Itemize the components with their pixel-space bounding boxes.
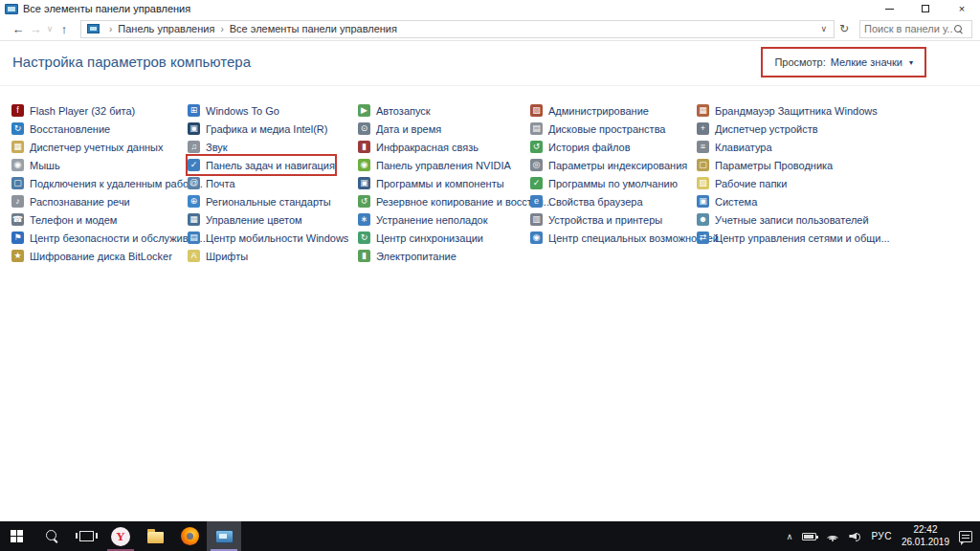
control-panel-item-windows-to-go[interactable]: ⊞Windows To Go	[188, 101, 279, 120]
control-panel-item-label: Диспетчер учетных данных	[30, 142, 164, 153]
control-panel-item-programs-features[interactable]: ▣Программы и компоненты	[358, 174, 504, 192]
view-by-control-annotated[interactable]: Просмотр: Мелкие значки ▾	[761, 47, 926, 77]
control-panel-item-storage-spaces[interactable]: ▤Дисковые пространства	[530, 120, 666, 138]
control-panel-item-sync-center[interactable]: ↻Центр синхронизации	[358, 229, 483, 247]
control-panel-item-speech-recognition[interactable]: ♪Распознавание речи	[11, 192, 130, 210]
control-panel-item-autoplay[interactable]: ▶Автозапуск	[358, 101, 431, 120]
control-panel-item-sound[interactable]: ♫Звук	[188, 138, 228, 156]
yandex-browser-button[interactable]: Y	[103, 521, 138, 551]
start-button[interactable]	[0, 521, 34, 551]
close-button[interactable]: ×	[944, 0, 980, 17]
language-indicator[interactable]: РУС	[871, 531, 892, 541]
control-panel-item-label: Центр управления сетями и общи...	[715, 232, 890, 244]
control-panel-item-label: Свойства браузера	[548, 196, 643, 208]
control-panel-item-administrative-tools[interactable]: ▨Администрирование	[530, 101, 649, 120]
control-panel-item-label: Брандмауэр Защитника Windows	[715, 105, 878, 117]
control-panel-item-date-time[interactable]: ⊙Дата и время	[358, 120, 441, 138]
control-panel-item-power-options[interactable]: ▮Электропитание	[358, 247, 457, 265]
wifi-icon[interactable]	[826, 531, 839, 541]
volume-icon[interactable]	[849, 531, 861, 541]
control-panel-item-file-history[interactable]: ↺История файлов	[530, 138, 631, 156]
battery-icon[interactable]	[802, 533, 816, 540]
task-view-button[interactable]	[69, 521, 103, 551]
control-panel-item-flash-player[interactable]: fFlash Player (32 бита)	[11, 101, 135, 120]
control-panel-item-regional-standards[interactable]: ⊕Региональные стандарты	[188, 192, 331, 210]
control-panel-item-indexing-options[interactable]: ◎Параметры индексирования	[530, 156, 687, 174]
control-panel-item-label: Центр мобильности Windows	[206, 232, 348, 244]
control-panel-item-network-center[interactable]: ⇄Центр управления сетями и общи...	[697, 229, 890, 247]
restore-icon	[922, 5, 929, 12]
control-panel-item-label: Система	[715, 196, 757, 208]
default-programs-icon: ✓	[530, 177, 543, 189]
control-panel-item-recovery[interactable]: ↻Восстановление	[11, 120, 110, 138]
control-panel-item-label: Flash Player (32 бита)	[30, 105, 135, 117]
control-panel-item-system[interactable]: ▣Система	[697, 192, 757, 210]
control-panel-item-taskbar-navigation[interactable]: ✓Панель задач и навигация	[188, 156, 335, 174]
control-panel-item-mail[interactable]: @Почта	[188, 174, 235, 192]
control-panel-item-color-management[interactable]: ▦Управление цветом	[188, 210, 302, 229]
control-panel-item-devices-printers[interactable]: ▥Устройства и принтеры	[530, 210, 662, 229]
control-panel-taskbar-button[interactable]	[207, 521, 241, 551]
hidden-icons-chevron-icon[interactable]: ∧	[787, 532, 793, 541]
control-panel-item-keyboard[interactable]: ≡Клавиатура	[697, 138, 772, 156]
control-panel-item-user-accounts[interactable]: ☻Учетные записи пользователей	[697, 210, 869, 229]
control-panel-item-label: Администрирование	[548, 105, 649, 117]
clock[interactable]: 22:42 26.01.2019	[902, 524, 949, 548]
control-panel-item-infrared[interactable]: ▮Инфракрасная связь	[358, 138, 479, 156]
refresh-icon[interactable]: ↻	[835, 22, 854, 35]
control-panel-item-label: Диспетчер устройств	[715, 123, 818, 135]
search-box[interactable]	[859, 20, 972, 38]
control-panel-item-windows-firewall[interactable]: ▦Брандмауэр Защитника Windows	[697, 101, 878, 120]
control-panel-item-intel-graphics[interactable]: ▣Графика и медиа Intel(R)	[188, 120, 327, 138]
control-panel-column: ▦Брандмауэр Защитника Windows+Диспетчер …	[697, 101, 890, 247]
control-panel-item-label: Резервное копирование и восстан...	[376, 196, 552, 208]
breadcrumb-all-items[interactable]: Все элементы панели управления	[230, 23, 397, 34]
control-panel-item-security-maintenance[interactable]: ⚑Центр безопасности и обслуживан...	[11, 229, 209, 247]
control-panel-item-backup-restore[interactable]: ↺Резервное копирование и восстан...	[358, 192, 552, 210]
system-tray: ∧ РУС 22:42 26.01.2019	[787, 521, 980, 551]
file-history-icon: ↺	[530, 141, 543, 153]
restore-button[interactable]	[907, 0, 944, 17]
view-by-value[interactable]: Мелкие значки	[831, 56, 902, 68]
control-panel-item-label: Рабочие папки	[715, 178, 787, 189]
control-panel-item-bitlocker[interactable]: ★Шифрование диска BitLocker	[11, 247, 172, 265]
control-panel-item-phone-modem[interactable]: ☎Телефон и модем	[11, 210, 117, 229]
control-panel-item-work-folders[interactable]: ▨Рабочие папки	[697, 174, 787, 192]
forward-button[interactable]: →	[27, 22, 44, 36]
control-panel-item-explorer-options[interactable]: ▢Параметры Проводника	[697, 156, 833, 174]
storage-spaces-icon: ▤	[530, 122, 543, 135]
control-panel-item-label: Панель управления NVIDIA	[376, 160, 511, 171]
up-button[interactable]: ↑	[56, 22, 73, 36]
infrared-icon: ▮	[358, 141, 370, 153]
control-panel-item-remote-desktop[interactable]: ▢Подключения к удаленным рабоч...	[11, 174, 203, 192]
address-bar[interactable]: › Панель управления › Все элементы панел…	[80, 20, 835, 38]
breadcrumb-control-panel[interactable]: Панель управления	[118, 23, 214, 34]
window-controls: ×	[871, 0, 980, 17]
control-panel-item-fonts[interactable]: AШрифты	[188, 247, 248, 265]
control-panel-item-mobility-center[interactable]: ▤Центр мобильности Windows	[188, 229, 348, 247]
control-panel-item-label: Графика и медиа Intel(R)	[206, 123, 327, 135]
taskbar: Y ∧ РУС 22:42 26.01.2019	[0, 521, 980, 551]
control-panel-item-troubleshooting[interactable]: ∗Устранение неполадок	[358, 210, 488, 229]
control-panel-item-internet-options[interactable]: eСвойства браузера	[530, 192, 643, 210]
nvidia-eye-icon: ◉	[358, 159, 370, 171]
folder-icon	[147, 532, 164, 543]
search-input[interactable]	[864, 23, 952, 34]
file-explorer-button[interactable]	[138, 521, 172, 551]
control-panel-item-nvidia-control-panel[interactable]: ◉Панель управления NVIDIA	[358, 156, 511, 174]
control-panel-item-device-manager[interactable]: +Диспетчер устройств	[697, 120, 818, 138]
taskbar-search-button[interactable]	[34, 521, 69, 551]
action-center-icon[interactable]	[959, 531, 972, 542]
control-panel-item-mouse[interactable]: ◉Мышь	[11, 156, 60, 174]
address-dropdown-icon[interactable]: ∨	[817, 24, 830, 33]
control-panel-item-default-programs[interactable]: ✓Программы по умолчанию	[530, 174, 678, 192]
control-panel-item-ease-of-access[interactable]: ◉Центр специальных возможностей	[530, 229, 719, 247]
minimize-button[interactable]	[871, 0, 907, 17]
firefox-button[interactable]	[172, 521, 207, 551]
mail-icon: @	[188, 177, 200, 189]
control-panel-item-credential-manager[interactable]: ▦Диспетчер учетных данных	[11, 138, 164, 156]
recent-pages-dropdown[interactable]: ∨	[44, 24, 56, 33]
back-button[interactable]: ←	[10, 22, 27, 36]
control-panel-column: ▶Автозапуск⊙Дата и время▮Инфракрасная св…	[358, 101, 530, 265]
control-panel-item-label: Шрифты	[206, 251, 248, 262]
